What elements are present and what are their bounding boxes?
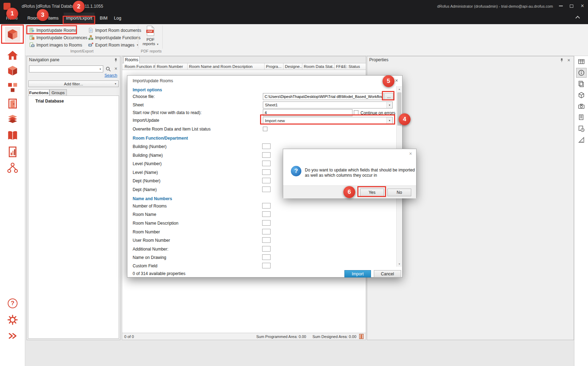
continue-on-errors-checkbox[interactable] [354,110,358,115]
choose-file-input[interactable] [263,93,384,100]
pages-icon[interactable] [576,79,587,89]
column-input-room-name-description[interactable] [262,220,271,226]
start-row-input[interactable] [263,109,352,116]
column-input-level-number[interactable] [262,161,271,166]
sidebar-building-icon[interactable] [5,112,20,127]
close-dialog-icon[interactable]: × [394,78,399,83]
field-label-building-number: Building (Number) [133,144,167,149]
column-input-room-name[interactable] [262,211,271,217]
pin-icon[interactable] [113,57,119,63]
ribbon-separator [162,26,163,49]
field-label-number-of-rooms: Number of Rooms [133,204,167,209]
camera-icon[interactable] [576,101,587,111]
column-header-programmed[interactable]: Progra... [265,63,284,70]
sidebar-reports-icon[interactable] [5,144,20,160]
collapse-ribbon-icon[interactable] [576,16,579,20]
sidebar-organization-icon[interactable] [5,160,20,176]
sum-designed-area: Sum Designed Area: 0.00 [313,335,356,339]
table-view-icon[interactable] [576,57,587,66]
settings-gear-icon[interactable] [5,312,20,328]
clear-search-icon[interactable]: × [113,66,119,71]
column-input-room-number[interactable] [262,229,271,234]
column-input-additional-number[interactable] [262,246,271,252]
annotation-step-2: 2 [73,1,85,13]
overwrite-checkbox[interactable] [263,127,267,131]
column-header-room-function[interactable]: Room Function # [123,63,155,70]
row-count: 0 of 0 [124,335,134,339]
tab-bim[interactable]: BIM [97,13,110,24]
ribbon-group-import-export: Import/Export [27,49,137,53]
field-label-custom-field: Custom Field [133,263,158,268]
column-header-room-data-status[interactable]: Room Data Stat... [302,63,335,70]
close-dialog-icon[interactable]: × [408,151,413,156]
scroll-up-icon[interactable]: ▲ [397,86,402,92]
sidebar-occurrences-icon[interactable] [5,80,20,95]
add-filter-dropdown[interactable]: Add filter... ▾ [28,80,119,87]
column-input-user-room-number[interactable] [262,237,271,243]
tab-rooms-document[interactable]: Rooms [124,56,140,63]
sidebar-door-icon[interactable] [5,96,20,111]
import-update-functions-button[interactable]: Import/update Functions [87,34,142,41]
section-name-numbers: Name and Numbers [133,196,172,201]
import-update-rooms-button[interactable]: Import/update Rooms [28,27,78,34]
column-header-room-name[interactable]: Room Name and Room Description [188,63,265,70]
search-link[interactable]: Search [105,73,117,77]
column-input-custom-field[interactable] [262,263,271,268]
import-room-documents-button[interactable]: Import Room documents [87,27,142,34]
import-button[interactable]: Import [344,270,371,277]
column-input-dept-number[interactable] [262,178,271,183]
pin-icon[interactable] [559,57,565,63]
column-header-ffe-status[interactable]: FF&E: Status [335,63,365,70]
no-button[interactable]: No [387,189,411,196]
measure-icon[interactable] [576,135,587,145]
import-update-occurrences-button[interactable]: Import/update Occurrences [28,34,89,41]
pdf-reports-button[interactable]: PDF PDF reports ▾ [141,26,160,48]
sidebar-model-icon[interactable] [5,63,20,78]
column-input-building-number[interactable] [262,143,271,149]
column-header-designed[interactable]: Designe... [284,63,302,70]
scroll-down-icon[interactable]: ▼ [397,261,402,267]
expand-sidebar-icon[interactable] [5,328,20,344]
column-input-building-name[interactable] [262,152,271,158]
close-button[interactable]: × [578,1,587,10]
sheet-dropdown[interactable]: Sheet1 ▾ [263,101,393,108]
cancel-button[interactable]: Cancel [374,270,401,277]
sidebar-catalog-icon[interactable] [5,128,20,143]
column-input-dept-name[interactable] [262,186,271,192]
browse-file-button[interactable]: ... [384,93,393,100]
import-images-to-rooms-button[interactable]: Import images to Rooms [28,42,84,48]
sidebar-rooms-icon[interactable] [5,27,20,42]
sidebar-home-icon[interactable] [5,48,20,63]
export-images-icon [88,42,93,48]
chevron-down-icon: ▾ [115,82,116,85]
rooms-table-header: Room Function # Room Number Room Name an… [122,63,366,70]
tab-functions[interactable]: Functions [28,89,49,96]
available-properties-summary: 0 of 314 available properties [133,271,186,276]
help-icon[interactable]: ? [5,296,20,311]
column-input-level-name[interactable] [262,169,271,175]
annotation-step-4: 4 [399,113,411,125]
info-icon[interactable] [576,68,587,78]
yes-button[interactable]: Yes [360,189,384,196]
import-update-dropdown[interactable]: Import new ▾ [263,117,393,124]
column-input-name-on-drawing[interactable] [262,254,271,260]
minimize-button[interactable] [556,1,566,10]
history-icon[interactable] [576,124,587,134]
field-label-room-name-description: Room Name Description [133,221,178,226]
tab-import-export[interactable]: Import/Export [64,13,94,24]
model-cube-icon[interactable] [576,90,587,100]
column-input-number-of-rooms[interactable] [262,203,271,209]
add-filter-label: Add filter... [64,82,83,86]
documents-icon[interactable] [576,113,587,122]
chevron-down-icon[interactable]: ▾ [98,68,103,71]
search-input[interactable] [29,66,98,72]
column-header-room-number[interactable]: Room Number [155,63,188,70]
section-room-function: Room Function/Department [133,136,188,141]
tab-log[interactable]: Log [111,13,124,24]
search-icon[interactable] [105,66,111,72]
maximize-button[interactable] [567,1,576,10]
export-room-images-button[interactable]: Export Room images ▾ [87,42,140,48]
close-panel-icon[interactable]: × [566,57,572,63]
tree-root-item[interactable]: Trial Database [35,99,64,104]
tab-groups[interactable]: Groups [49,89,67,96]
